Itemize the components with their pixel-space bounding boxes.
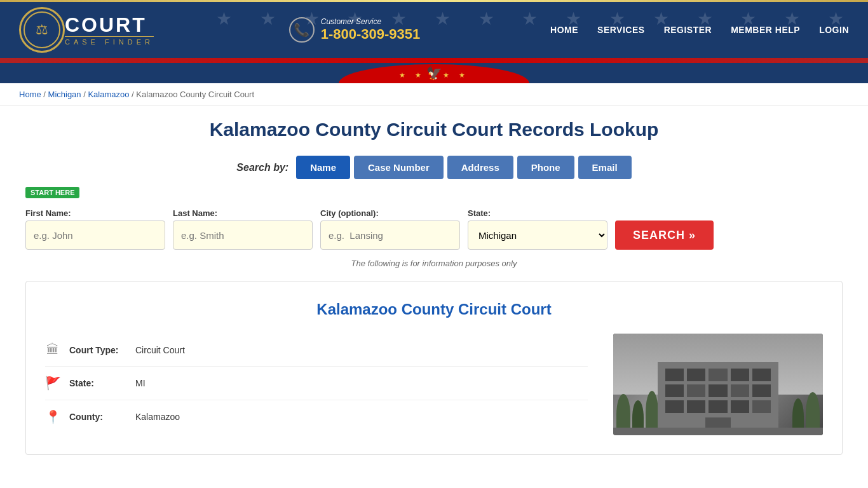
first-name-label: First Name: — [25, 208, 165, 218]
court-detail-state: 🚩 State: MI — [45, 367, 588, 400]
city-label: City (optional): — [320, 208, 460, 218]
logo-court-text: COURT — [65, 15, 154, 35]
tab-email[interactable]: Email — [578, 156, 632, 179]
court-type-value: Circuit Court — [135, 345, 185, 355]
main-content: Kalamazoo County Circuit Court Records L… — [0, 106, 868, 468]
nav-home[interactable]: HOME — [550, 25, 578, 35]
phone-area: 📞 Customer Service 1-800-309-9351 — [289, 17, 421, 43]
county-label: County: — [69, 412, 126, 422]
county-icon: 📍 — [45, 409, 60, 424]
first-name-group: First Name: — [25, 208, 165, 250]
nav-login[interactable]: LOGIN — [819, 25, 849, 35]
nav-register[interactable]: REGISTER — [664, 25, 712, 35]
eagle-banner: ★ ★ ★ ★ 🦅 — [0, 63, 868, 83]
breadcrumb-current: Kalamazoo County Circuit Court — [136, 90, 254, 99]
search-form: First Name: Last Name: City (optional): … — [25, 208, 843, 250]
last-name-group: Last Name: — [173, 208, 313, 250]
first-name-input[interactable] — [25, 220, 165, 250]
eagle-arc: ★ ★ ★ ★ 🦅 — [339, 64, 529, 83]
logo-case-finder-text: CASE FINDER — [65, 36, 154, 46]
start-here-badge: START HERE — [25, 187, 79, 198]
red-banner — [0, 58, 868, 63]
tab-address[interactable]: Address — [447, 156, 513, 179]
search-button[interactable]: SEARCH » — [615, 220, 714, 250]
state-label: State: — [468, 208, 607, 218]
nav-member-help[interactable]: MEMBER HELP — [731, 25, 800, 35]
logo-text: COURT CASE FINDER — [65, 12, 159, 48]
county-value: Kalamazoo — [135, 412, 180, 422]
breadcrumb-sep-1: / — [43, 90, 48, 99]
tab-phone[interactable]: Phone — [517, 156, 574, 179]
court-info-body: 🏛 Court Type: Circuit Court 🚩 State: MI … — [45, 334, 823, 435]
state-group: State: AlabamaAlaskaArizonaArkansas Cali… — [468, 208, 607, 250]
logo-icon: ⚖ — [24, 11, 60, 48]
logo-area: ⚖ COURT CASE FINDER — [19, 7, 159, 53]
nav-services[interactable]: SERVICES — [597, 25, 645, 35]
search-by-row: Search by: Name Case Number Address Phon… — [25, 156, 843, 179]
court-detail-type: 🏛 Court Type: Circuit Court — [45, 334, 588, 367]
state-select[interactable]: AlabamaAlaskaArizonaArkansas CaliforniaC… — [468, 220, 607, 250]
court-info-title: Kalamazoo County Circuit Court — [45, 301, 823, 318]
state-icon: 🚩 — [45, 376, 60, 391]
court-details: 🏛 Court Type: Circuit Court 🚩 State: MI … — [45, 334, 588, 435]
phone-icon: 📞 — [289, 17, 315, 43]
eagle-symbol: 🦅 — [426, 65, 442, 81]
breadcrumb-bar: Home / Michigan / Kalamazoo / Kalamazoo … — [0, 83, 868, 106]
info-note: The following is for information purpose… — [25, 259, 843, 268]
city-group: City (optional): — [320, 208, 460, 250]
tab-case-number[interactable]: Case Number — [354, 156, 444, 179]
court-detail-county: 📍 County: Kalamazoo — [45, 400, 588, 433]
logo-circle: ⚖ — [19, 7, 65, 53]
state-detail-value: MI — [135, 378, 146, 388]
court-image-placeholder — [613, 334, 823, 435]
court-type-icon: 🏛 — [45, 342, 60, 357]
state-detail-label: State: — [69, 378, 126, 388]
tab-name[interactable]: Name — [296, 156, 350, 179]
last-name-input[interactable] — [173, 220, 313, 250]
customer-service-label: Customer Service — [321, 17, 421, 26]
phone-number: 1-800-309-9351 — [321, 26, 421, 43]
search-by-label: Search by: — [236, 162, 288, 173]
breadcrumb-michigan[interactable]: Michigan — [48, 90, 81, 99]
site-header: ⚖ COURT CASE FINDER 📞 Customer Service 1… — [0, 2, 868, 58]
court-info-card: Kalamazoo County Circuit Court 🏛 Court T… — [25, 281, 843, 455]
court-type-label: Court Type: — [69, 345, 126, 355]
phone-text-block: Customer Service 1-800-309-9351 — [321, 17, 421, 43]
court-image — [613, 334, 823, 435]
main-nav: HOME SERVICES REGISTER MEMBER HELP LOGIN — [550, 25, 849, 35]
page-title: Kalamazoo County Circuit Court Records L… — [25, 119, 843, 140]
breadcrumb-home[interactable]: Home — [19, 90, 41, 99]
city-input[interactable] — [320, 220, 460, 250]
breadcrumb-kalamazoo[interactable]: Kalamazoo — [88, 90, 129, 99]
last-name-label: Last Name: — [173, 208, 313, 218]
